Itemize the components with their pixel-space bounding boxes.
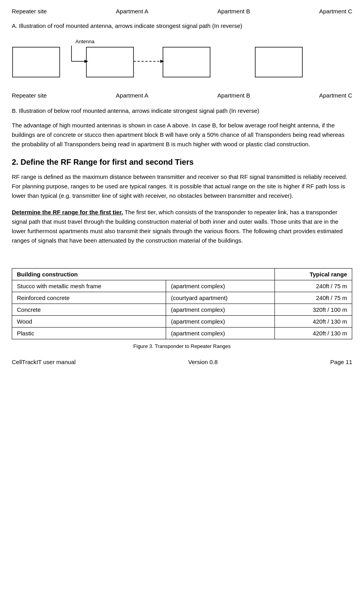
table-cell-construction: Concrete — [12, 304, 166, 316]
svg-rect-1 — [86, 47, 134, 77]
table-cell-type: (courtyard apartment) — [166, 292, 275, 304]
section-b-caption: B. Illustration of below roof mounted an… — [12, 107, 352, 116]
svg-rect-2 — [163, 47, 210, 77]
table-cell-type: (apartment complex) — [166, 304, 275, 316]
table-row: Concrete(apartment complex)320ft / 100 m — [12, 304, 352, 316]
rf-paragraph: RF range is defined as the maximum dista… — [12, 172, 352, 201]
figure-caption: Figure 3. Transponder to Repeater Ranges — [12, 343, 352, 349]
table-cell-range: 420ft / 130 m — [274, 328, 352, 339]
table-header-construction: Building construction — [12, 269, 275, 280]
section-a-caption: A. Illustration of roof mounted antenna,… — [12, 22, 352, 31]
rf-first-tier-bold: Determine the RF range for the first tie… — [12, 209, 123, 215]
header-col3: Apartment B — [218, 8, 250, 15]
table-cell-type: (apartment complex) — [166, 316, 275, 328]
table-cell-range: 240ft / 75 m — [274, 292, 352, 304]
table-cell-construction: Wood — [12, 316, 166, 328]
ranges-table: Building construction Typical range Stuc… — [12, 268, 352, 339]
header-col1: Repeater site — [12, 8, 47, 15]
table-header-range: Typical range — [274, 269, 352, 280]
diagram-labels-row: Repeater site Apartment A Apartment B Ap… — [12, 92, 352, 99]
body-paragraph: The advantage of high mounted antennas i… — [12, 121, 352, 149]
table-row: Wood(apartment complex)420ft / 130 m — [12, 316, 352, 328]
table-row: Stucco with metallic mesh frame(apartmen… — [12, 280, 352, 292]
table-cell-range: 420ft / 130 m — [274, 316, 352, 328]
header-col2: Apartment A — [116, 8, 148, 15]
footer-left: CellTrackIT user manual — [12, 359, 76, 365]
footer-center: Version 0.8 — [188, 359, 218, 365]
table-header-row: Building construction Typical range — [12, 269, 352, 280]
spacer2 — [12, 264, 352, 268]
diag-label-col2: Apartment A — [116, 92, 148, 99]
table-cell-type: (apartment complex) — [166, 280, 275, 292]
diag-label-col4: Apartment C — [319, 92, 352, 99]
diagram-area: Antenna — [12, 38, 352, 89]
table-row: Plastic(apartment complex)420ft / 130 m — [12, 328, 352, 339]
table-cell-type: (apartment complex) — [166, 328, 275, 339]
svg-rect-0 — [13, 47, 60, 77]
header-col4: Apartment C — [319, 8, 352, 15]
table-row: Reinforced concrete(courtyard apartment)… — [12, 292, 352, 304]
rf-first-tier: Determine the RF range for the first tie… — [12, 208, 352, 245]
table-cell-construction: Plastic — [12, 328, 166, 339]
diagram-svg — [12, 38, 349, 89]
footer-row: CellTrackIT user manual Version 0.8 Page… — [12, 359, 352, 365]
header-row: Repeater site Apartment A Apartment B Ap… — [12, 8, 352, 15]
table-cell-range: 320ft / 100 m — [274, 304, 352, 316]
table-cell-range: 240ft / 75 m — [274, 280, 352, 292]
footer-right: Page 11 — [330, 359, 352, 365]
table-cell-construction: Stucco with metallic mesh frame — [12, 280, 166, 292]
diag-label-col1: Repeater site — [12, 92, 47, 99]
spacer — [12, 252, 352, 264]
section2-title: 2. Define the RF Range for first and sec… — [12, 158, 352, 167]
diag-label-col3: Apartment B — [218, 92, 250, 99]
svg-rect-3 — [255, 47, 302, 77]
table-cell-construction: Reinforced concrete — [12, 292, 166, 304]
